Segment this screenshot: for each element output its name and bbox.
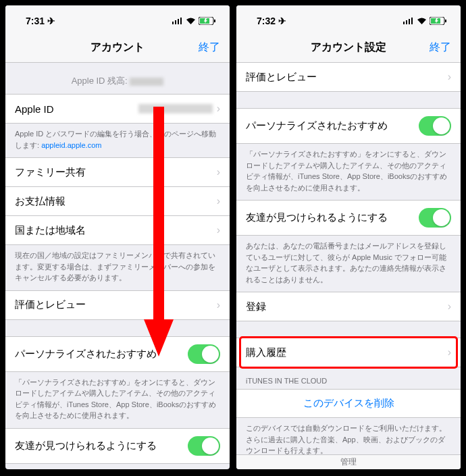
redacted-apple-id bbox=[138, 104, 213, 113]
findable-footer: あなたは、あなたの電話番号またはメールアドレスを登録しているユーザに対して、彼ら… bbox=[5, 464, 230, 470]
phone-right: 7:32 ⁦✈︎⁩ アカウント設定 終了 評価とレビュー › パーソナライズされ… bbox=[236, 5, 461, 469]
chevron-icon: › bbox=[217, 224, 220, 236]
done-button[interactable]: 終了 bbox=[430, 41, 451, 55]
chevron-icon: › bbox=[217, 195, 220, 207]
family-label: ファミリー共有 bbox=[15, 166, 86, 179]
svg-rect-0 bbox=[172, 22, 174, 24]
personalize-footer: 「パーソナライズされたおすすめ」をオンにすると、ダウンロードしたアイテムや購入し… bbox=[236, 144, 461, 200]
appleid-link[interactable]: appleid.apple.com bbox=[41, 141, 101, 149]
status-icons bbox=[172, 17, 216, 25]
findable-label: 友達が見つけられるようにする bbox=[246, 211, 388, 224]
wifi-icon bbox=[186, 18, 196, 25]
findable-label: 友達が見つけられるようにする bbox=[15, 440, 157, 452]
reviews-label: 評価とレビュー bbox=[15, 298, 86, 311]
svg-rect-2 bbox=[178, 19, 179, 24]
svg-rect-9 bbox=[403, 22, 405, 24]
chevron-icon: › bbox=[217, 299, 220, 311]
chevron-icon: › bbox=[448, 300, 451, 313]
personalize-toggle[interactable] bbox=[419, 116, 451, 136]
content-scroll[interactable]: Apple ID 残高: Apple ID › Apple ID とパスワードの… bbox=[5, 63, 230, 469]
remove-device-button[interactable]: このデバイスを削除 bbox=[236, 389, 461, 418]
subscribe-cell[interactable]: 登録 › bbox=[236, 292, 461, 321]
reviews-cell[interactable]: 評価とレビュー › bbox=[236, 63, 461, 92]
redacted-balance bbox=[130, 78, 163, 86]
findable-footer: あなたは、あなたの電話番号またはメールアドレスを登録しているユーザに対して、彼ら… bbox=[236, 236, 461, 292]
apple-id-cell[interactable]: Apple ID › bbox=[5, 94, 230, 124]
purchase-history-cell[interactable]: 購入履歴 › bbox=[236, 338, 461, 367]
findable-toggle[interactable] bbox=[419, 208, 451, 228]
svg-rect-6 bbox=[214, 20, 215, 22]
personalize-label: パーソナライズされたおすすめ bbox=[246, 120, 388, 132]
personalize-label: パーソナライズされたおすすめ bbox=[15, 348, 157, 361]
findable-cell[interactable]: 友達が見つけられるようにする bbox=[5, 428, 230, 464]
manage-bar[interactable]: 管理 bbox=[236, 454, 461, 469]
cloud-header: iTUNES IN THE CLOUD bbox=[236, 367, 461, 389]
nav-title: アカウント bbox=[5, 41, 230, 55]
battery-icon bbox=[430, 17, 447, 25]
wifi-icon bbox=[417, 18, 427, 25]
battery-icon bbox=[199, 17, 216, 25]
done-button[interactable]: 終了 bbox=[199, 41, 220, 55]
signal-icon bbox=[403, 18, 414, 24]
apple-id-footer: Apple ID とパスワードの編集を行う場合、次のページへ移動します: app… bbox=[5, 124, 230, 157]
phone-left: 7:31 ⁦✈︎⁩ アカウント 終了 Apple ID 残高: Apple ID… bbox=[5, 5, 230, 469]
status-time: 7:31 ⁦✈︎⁩ bbox=[26, 16, 55, 26]
svg-rect-11 bbox=[409, 19, 410, 24]
nav-bar: アカウント 終了 bbox=[5, 32, 230, 63]
svg-rect-12 bbox=[411, 18, 413, 24]
content-scroll[interactable]: 評価とレビュー › パーソナライズされたおすすめ 「パーソナライズされたおすすめ… bbox=[236, 63, 461, 469]
family-sharing-cell[interactable]: ファミリー共有 › bbox=[5, 157, 230, 187]
chevron-icon: › bbox=[217, 103, 220, 115]
country-label: 国または地域名 bbox=[15, 224, 86, 237]
svg-rect-3 bbox=[180, 18, 182, 24]
balance-row: Apple ID 残高: bbox=[5, 63, 230, 94]
chevron-icon: › bbox=[448, 71, 451, 83]
subscribe-label: 登録 bbox=[246, 300, 266, 313]
personalize-cell[interactable]: パーソナライズされたおすすめ bbox=[236, 108, 461, 144]
chevron-icon: › bbox=[448, 346, 451, 359]
reviews-cell[interactable]: 評価とレビュー › bbox=[5, 290, 230, 320]
status-bar: 7:32 ⁦✈︎⁩ bbox=[236, 5, 461, 32]
signal-icon bbox=[172, 18, 183, 24]
country-footer: 現在の国／地域の設定はファミリーメンバーで共有されています。変更する場合は、まず… bbox=[5, 245, 230, 290]
status-bar: 7:31 ⁦✈︎⁩ bbox=[5, 5, 230, 32]
reviews-label: 評価とレビュー bbox=[246, 71, 317, 84]
svg-rect-15 bbox=[445, 20, 446, 22]
payment-label: お支払情報 bbox=[15, 195, 66, 208]
chevron-icon: › bbox=[217, 166, 220, 178]
status-icons bbox=[403, 17, 447, 25]
status-time: 7:32 ⁦✈︎⁩ bbox=[257, 16, 286, 26]
purchase-history-label: 購入履歴 bbox=[246, 346, 286, 359]
svg-rect-1 bbox=[175, 20, 176, 24]
nav-title: アカウント設定 bbox=[236, 41, 461, 55]
svg-rect-10 bbox=[406, 20, 407, 24]
payment-info-cell[interactable]: お支払情報 › bbox=[5, 187, 230, 216]
personalize-toggle[interactable] bbox=[188, 344, 220, 364]
country-cell[interactable]: 国または地域名 › bbox=[5, 216, 230, 245]
findable-cell[interactable]: 友達が見つけられるようにする bbox=[236, 200, 461, 236]
findable-toggle[interactable] bbox=[188, 436, 220, 456]
nav-bar: アカウント設定 終了 bbox=[236, 32, 461, 63]
personalize-cell[interactable]: パーソナライズされたおすすめ bbox=[5, 336, 230, 372]
apple-id-label: Apple ID bbox=[15, 103, 54, 115]
personalize-footer: 「パーソナライズされたおすすめ」をオンにすると、ダウンロードしたアイテムや購入し… bbox=[5, 372, 230, 428]
